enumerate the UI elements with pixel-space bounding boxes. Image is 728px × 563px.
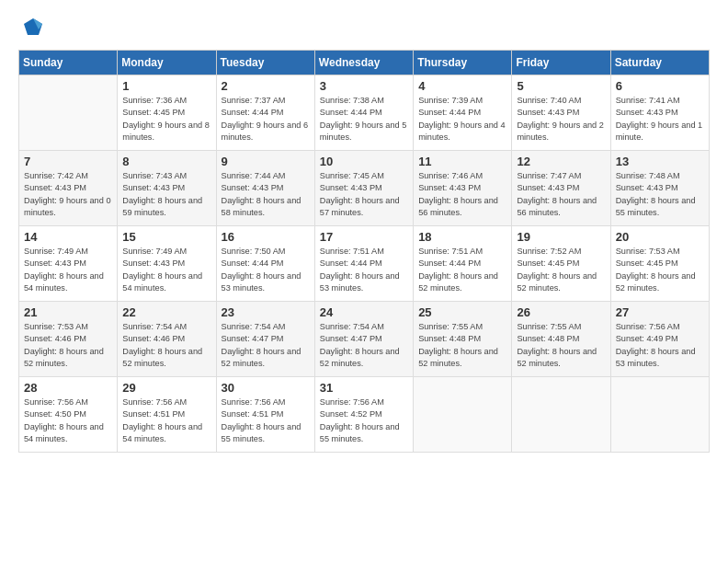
calendar-day-cell: 15Sunrise: 7:49 AMSunset: 4:43 PMDayligh… [118, 226, 216, 302]
day-number: 8 [122, 155, 210, 168]
day-number: 26 [517, 305, 605, 319]
calendar-day-cell: 9Sunrise: 7:44 AMSunset: 4:43 PMDaylight… [216, 151, 314, 226]
day-info: Sunrise: 7:46 AMSunset: 4:43 PMDaylight:… [418, 170, 506, 219]
day-number: 10 [320, 155, 408, 168]
day-info: Sunrise: 7:56 AMSunset: 4:51 PMDaylight:… [222, 396, 310, 445]
calendar-day-cell [610, 377, 709, 453]
day-info: Sunrise: 7:38 AMSunset: 4:44 PMDaylight:… [320, 95, 408, 144]
calendar-day-cell: 29Sunrise: 7:56 AMSunset: 4:51 PMDayligh… [118, 377, 216, 453]
day-number: 2 [222, 79, 310, 93]
day-number: 15 [122, 230, 210, 244]
day-info: Sunrise: 7:56 AMSunset: 4:52 PMDaylight:… [320, 396, 408, 445]
calendar-week-row: 7Sunrise: 7:42 AMSunset: 4:43 PMDaylight… [19, 151, 710, 226]
day-info: Sunrise: 7:56 AMSunset: 4:51 PMDaylight:… [122, 396, 210, 445]
weekday-header: Tuesday [216, 51, 314, 75]
header [18, 15, 710, 40]
calendar-day-cell: 24Sunrise: 7:54 AMSunset: 4:47 PMDayligh… [314, 302, 413, 377]
day-number: 12 [517, 155, 605, 168]
calendar-day-cell: 28Sunrise: 7:56 AMSunset: 4:50 PMDayligh… [19, 377, 118, 453]
calendar-day-cell: 1Sunrise: 7:36 AMSunset: 4:45 PMDaylight… [118, 75, 216, 151]
day-number: 21 [24, 305, 112, 319]
day-number: 13 [616, 155, 704, 168]
weekday-header: Saturday [610, 51, 709, 75]
day-info: Sunrise: 7:53 AMSunset: 4:45 PMDaylight:… [616, 246, 704, 294]
day-info: Sunrise: 7:51 AMSunset: 4:44 PMDaylight:… [320, 246, 408, 294]
day-info: Sunrise: 7:39 AMSunset: 4:44 PMDaylight:… [418, 95, 506, 144]
day-number: 19 [517, 230, 605, 244]
day-number: 9 [222, 155, 310, 168]
calendar-week-row: 28Sunrise: 7:56 AMSunset: 4:50 PMDayligh… [19, 377, 710, 453]
calendar-day-cell: 11Sunrise: 7:46 AMSunset: 4:43 PMDayligh… [414, 151, 512, 226]
day-number: 5 [517, 79, 605, 93]
day-number: 3 [320, 79, 408, 93]
day-number: 29 [122, 381, 210, 395]
calendar-day-cell: 21Sunrise: 7:53 AMSunset: 4:46 PMDayligh… [19, 302, 118, 377]
logo-icon [20, 15, 46, 40]
day-number: 25 [418, 305, 506, 319]
day-number: 7 [24, 155, 112, 168]
day-info: Sunrise: 7:49 AMSunset: 4:43 PMDaylight:… [24, 246, 112, 294]
calendar-day-cell: 17Sunrise: 7:51 AMSunset: 4:44 PMDayligh… [314, 226, 413, 302]
calendar-day-cell: 23Sunrise: 7:54 AMSunset: 4:47 PMDayligh… [216, 302, 314, 377]
calendar-container: SundayMondayTuesdayWednesdayThursdayFrid… [0, 0, 728, 563]
weekday-header: Wednesday [314, 51, 413, 75]
calendar-day-cell: 16Sunrise: 7:50 AMSunset: 4:44 PMDayligh… [216, 226, 314, 302]
calendar-day-cell: 22Sunrise: 7:54 AMSunset: 4:46 PMDayligh… [118, 302, 216, 377]
day-number: 22 [122, 305, 210, 319]
calendar-day-cell [19, 75, 118, 151]
day-number: 16 [222, 230, 310, 244]
day-info: Sunrise: 7:41 AMSunset: 4:43 PMDaylight:… [616, 95, 704, 144]
calendar-day-cell: 14Sunrise: 7:49 AMSunset: 4:43 PMDayligh… [19, 226, 118, 302]
day-info: Sunrise: 7:55 AMSunset: 4:48 PMDaylight:… [517, 321, 605, 370]
day-info: Sunrise: 7:37 AMSunset: 4:44 PMDaylight:… [222, 95, 310, 144]
calendar-week-row: 21Sunrise: 7:53 AMSunset: 4:46 PMDayligh… [19, 302, 710, 377]
day-number: 31 [320, 381, 408, 395]
calendar-day-cell: 25Sunrise: 7:55 AMSunset: 4:48 PMDayligh… [414, 302, 512, 377]
calendar-day-cell: 2Sunrise: 7:37 AMSunset: 4:44 PMDaylight… [216, 75, 314, 151]
calendar-week-row: 14Sunrise: 7:49 AMSunset: 4:43 PMDayligh… [19, 226, 710, 302]
calendar-day-cell: 8Sunrise: 7:43 AMSunset: 4:43 PMDaylight… [118, 151, 216, 226]
day-info: Sunrise: 7:56 AMSunset: 4:50 PMDaylight:… [24, 396, 112, 445]
calendar-day-cell: 10Sunrise: 7:45 AMSunset: 4:43 PMDayligh… [314, 151, 413, 226]
calendar-day-cell: 13Sunrise: 7:48 AMSunset: 4:43 PMDayligh… [610, 151, 709, 226]
day-info: Sunrise: 7:54 AMSunset: 4:47 PMDaylight:… [222, 321, 310, 370]
calendar-day-cell: 18Sunrise: 7:51 AMSunset: 4:44 PMDayligh… [414, 226, 512, 302]
calendar-day-cell: 4Sunrise: 7:39 AMSunset: 4:44 PMDaylight… [414, 75, 512, 151]
day-info: Sunrise: 7:48 AMSunset: 4:43 PMDaylight:… [616, 170, 704, 219]
weekday-header: Friday [512, 51, 610, 75]
day-number: 20 [616, 230, 704, 244]
day-info: Sunrise: 7:54 AMSunset: 4:46 PMDaylight:… [122, 321, 210, 370]
calendar-day-cell: 12Sunrise: 7:47 AMSunset: 4:43 PMDayligh… [512, 151, 610, 226]
day-info: Sunrise: 7:45 AMSunset: 4:43 PMDaylight:… [320, 170, 408, 219]
day-info: Sunrise: 7:55 AMSunset: 4:48 PMDaylight:… [418, 321, 506, 370]
calendar-table: SundayMondayTuesdayWednesdayThursdayFrid… [18, 50, 710, 453]
calendar-day-cell: 31Sunrise: 7:56 AMSunset: 4:52 PMDayligh… [314, 377, 413, 453]
day-info: Sunrise: 7:51 AMSunset: 4:44 PMDaylight:… [418, 246, 506, 294]
logo [18, 15, 46, 40]
day-info: Sunrise: 7:43 AMSunset: 4:43 PMDaylight:… [122, 170, 210, 219]
weekday-header: Sunday [19, 51, 118, 75]
calendar-day-cell: 20Sunrise: 7:53 AMSunset: 4:45 PMDayligh… [610, 226, 709, 302]
day-info: Sunrise: 7:36 AMSunset: 4:45 PMDaylight:… [122, 95, 210, 144]
weekday-header: Thursday [414, 51, 512, 75]
day-number: 30 [222, 381, 310, 395]
day-number: 6 [616, 79, 704, 93]
weekday-header: Monday [118, 51, 216, 75]
weekday-header-row: SundayMondayTuesdayWednesdayThursdayFrid… [19, 51, 710, 75]
calendar-week-row: 1Sunrise: 7:36 AMSunset: 4:45 PMDaylight… [19, 75, 710, 151]
day-number: 28 [24, 381, 112, 395]
day-number: 4 [418, 79, 506, 93]
day-info: Sunrise: 7:53 AMSunset: 4:46 PMDaylight:… [24, 321, 112, 370]
calendar-day-cell: 27Sunrise: 7:56 AMSunset: 4:49 PMDayligh… [610, 302, 709, 377]
day-info: Sunrise: 7:56 AMSunset: 4:49 PMDaylight:… [616, 321, 704, 370]
day-info: Sunrise: 7:40 AMSunset: 4:43 PMDaylight:… [517, 95, 605, 144]
calendar-day-cell [512, 377, 610, 453]
day-info: Sunrise: 7:47 AMSunset: 4:43 PMDaylight:… [517, 170, 605, 219]
calendar-day-cell [414, 377, 512, 453]
calendar-day-cell: 5Sunrise: 7:40 AMSunset: 4:43 PMDaylight… [512, 75, 610, 151]
day-number: 24 [320, 305, 408, 319]
day-info: Sunrise: 7:49 AMSunset: 4:43 PMDaylight:… [122, 246, 210, 294]
day-info: Sunrise: 7:50 AMSunset: 4:44 PMDaylight:… [222, 246, 310, 294]
day-number: 11 [418, 155, 506, 168]
calendar-day-cell: 30Sunrise: 7:56 AMSunset: 4:51 PMDayligh… [216, 377, 314, 453]
